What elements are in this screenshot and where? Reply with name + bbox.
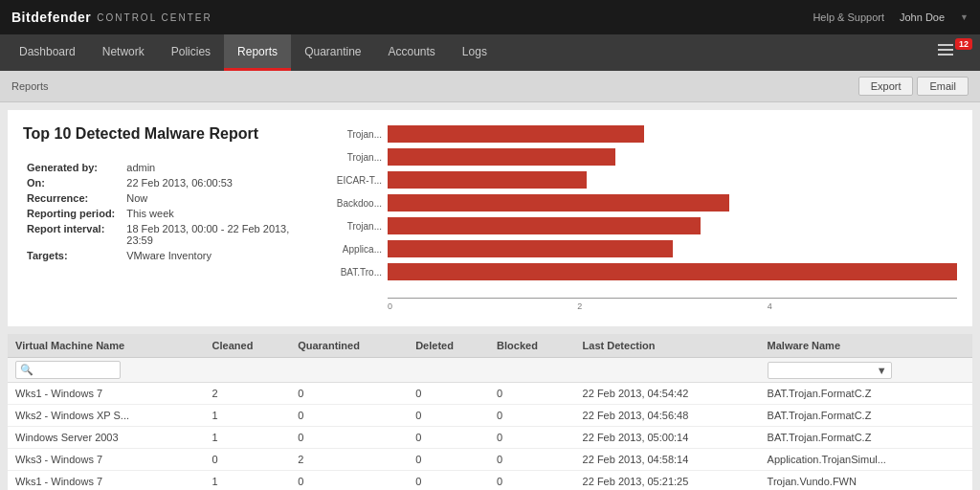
report-interval-label: Report interval: [23,221,122,248]
report-interval-value: 18 Feb 2013, 00:00 - 22 Feb 2013, 23:59 [122,221,310,248]
nav-logs[interactable]: Logs [449,34,501,71]
username-label: John Doe [900,11,945,23]
recurrence-label: Recurrence: [23,190,122,206]
chart-bar-row-2: EICAR-T... [329,171,957,189]
nav-reports[interactable]: Reports [224,34,291,71]
help-support-link[interactable]: Help & Support [813,11,884,23]
filter-malware: ▼ [760,358,972,383]
cleaned-cell: 2 [205,383,291,405]
table-row: Wks2 - Windows XP S...100022 Feb 2013, 0… [8,405,972,427]
col-malware-name: Malware Name [760,334,972,358]
col-deleted: Deleted [408,334,489,358]
report-section: Top 10 Detected Malware Report Generated… [8,110,972,326]
last-detection-cell: 22 Feb 2013, 04:58:14 [575,449,760,471]
filter-blocked [489,358,575,383]
col-vm-name: Virtual Machine Name [8,334,205,358]
filter-deleted [408,358,489,383]
cleaned-cell: 1 [205,405,291,427]
table-row: Windows Server 2003100022 Feb 2013, 05:0… [8,427,972,449]
deleted-cell: 0 [408,449,489,471]
chart-axis: 0 2 4 [388,298,957,311]
top-bar: Bitdefender CONTROL CENTER Help & Suppor… [0,0,980,34]
breadcrumb-bar: Reports Export Email [0,71,980,102]
filter-cleaned [205,358,291,383]
chart-label-2: EICAR-T... [329,175,382,186]
report-left: Top 10 Detected Malware Report Generated… [23,125,310,311]
nav-menu-toggle[interactable] [938,44,953,56]
chart-bar-wrap-5 [388,240,957,257]
vm-name-cell[interactable]: Windows Server 2003 [8,427,205,449]
chart-bar-row-1: Trojan... [329,148,957,166]
chart-bar-row-5: Applica... [329,240,957,257]
filter-quarantined [290,358,408,383]
chart-bar-row-6: BAT.Tro... [329,263,957,280]
quarantined-cell: 0 [290,427,408,449]
notification-badge[interactable]: 12 [955,38,972,50]
table-body: Wks1 - Windows 7200022 Feb 2013, 04:54:4… [8,383,972,491]
chevron-down-icon: ▼ [877,365,887,376]
deleted-cell: 0 [408,427,489,449]
last-detection-cell: 22 Feb 2013, 04:54:42 [575,383,760,405]
quarantined-cell: 0 [290,471,408,491]
chart-label-4: Trojan... [329,221,382,232]
quarantined-cell: 2 [290,449,408,471]
chart-bar-wrap-0 [388,125,957,143]
targets-value: VMware Inventory [122,248,310,263]
nav-policies[interactable]: Policies [158,34,224,71]
axis-tick-4: 4 [768,301,957,311]
vm-filter-input[interactable]: 🔍 [15,361,121,379]
cleaned-cell: 1 [205,471,291,491]
axis-tick-2: 2 [577,301,767,311]
export-button[interactable]: Export [858,77,914,96]
nav-dashboard[interactable]: Dashboard [6,34,89,71]
blocked-cell: 0 [489,383,575,405]
chart-bar-row-4: Trojan... [329,217,957,234]
last-detection-cell: 22 Feb 2013, 04:56:48 [575,405,760,427]
search-icon: 🔍 [20,364,33,376]
top-right: Help & Support John Doe ▼ [813,11,969,23]
nav-quarantine[interactable]: Quarantine [291,34,374,71]
on-label: On: [23,175,122,190]
targets-label: Targets: [23,248,122,263]
table-row: Wks3 - Windows 7020022 Feb 2013, 04:58:1… [8,449,972,471]
vm-name-cell[interactable]: Wks1 - Windows 7 [8,383,205,405]
malware-name-cell: BAT.Trojan.FormatC.Z [760,427,972,449]
vm-name-cell[interactable]: Wks2 - Windows XP S... [8,405,205,427]
vm-name-cell[interactable]: Wks3 - Windows 7 [8,449,205,471]
blocked-cell: 0 [489,427,575,449]
last-detection-cell: 22 Feb 2013, 05:00:14 [575,427,760,449]
malware-name-cell: BAT.Trojan.FormatC.Z [760,405,972,427]
quarantined-cell: 0 [290,405,408,427]
on-value: 22 Feb 2013, 06:00:53 [122,175,310,190]
col-blocked: Blocked [489,334,575,358]
generated-by-label: Generated by: [23,160,122,175]
breadcrumb-actions: Export Email [858,77,969,96]
malware-filter-dropdown[interactable]: ▼ [768,362,892,379]
report-title: Top 10 Detected Malware Report [23,125,310,143]
chart-bar-fill-2 [388,171,587,189]
chart-bar-wrap-4 [388,217,957,234]
chart-bar-fill-3 [388,194,729,212]
filter-vm: 🔍 [8,358,205,383]
chart-label-6: BAT.Tro... [329,267,382,278]
chart-bar-wrap-6 [388,263,957,280]
malware-name-cell: Trojan.Vundo.FWN [760,471,972,491]
nav-accounts[interactable]: Accounts [375,34,449,71]
chart-bar-fill-0 [388,125,644,143]
logo: Bitdefender CONTROL CENTER [11,10,212,25]
table-header-row: Virtual Machine Name Cleaned Quarantined… [8,334,972,358]
nav-network[interactable]: Network [89,34,158,71]
reporting-period-label: Reporting period: [23,206,122,221]
username-dropdown-arrow[interactable]: ▼ [960,12,969,22]
chart-label-1: Trojan... [329,152,382,163]
report-meta: Generated by: admin On: 22 Feb 2013, 06:… [23,160,310,263]
cleaned-cell: 0 [205,449,291,471]
chart-bar-fill-5 [388,240,673,257]
vm-name-cell[interactable]: Wks1 - Windows 7 [8,471,205,491]
generated-by-value: admin [122,160,310,175]
blocked-cell: 0 [489,405,575,427]
malware-name-cell: BAT.Trojan.FormatC.Z [760,383,972,405]
chart-bar-fill-4 [388,217,701,234]
email-button[interactable]: Email [917,77,969,96]
axis-tick-0: 0 [388,301,577,311]
